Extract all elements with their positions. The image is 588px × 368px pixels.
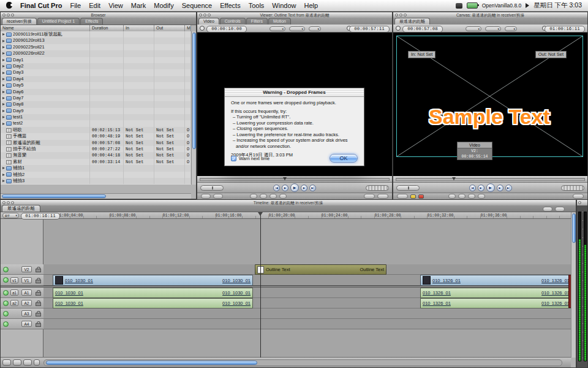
browser-row[interactable]: Day8 [1, 101, 191, 107]
menu-item[interactable]: Effects [220, 2, 240, 9]
play-button[interactable]: ▶ [486, 183, 495, 192]
browser-row[interactable]: test1 [1, 114, 191, 120]
browser-row[interactable]: Day6 [1, 89, 191, 95]
track-height-button[interactable] [13, 359, 21, 366]
scrubber-groove[interactable] [396, 178, 585, 181]
browser-row[interactable]: Day3 [1, 69, 191, 75]
viewer-current-timecode[interactable]: 00:00:57:11 [349, 26, 390, 33]
disclosure-triangle-icon[interactable] [2, 33, 5, 36]
disclosure-triangle-icon[interactable] [2, 123, 5, 125]
viewer-zoom-popup[interactable] [270, 26, 285, 31]
browser-row[interactable]: Day7 [1, 95, 191, 101]
canvas-duration-timecode[interactable]: 00:00:57:08 [402, 26, 443, 33]
menu-item[interactable]: Edit [89, 2, 100, 9]
mark-out-button[interactable] [478, 194, 485, 199]
generator-clip-outline-text[interactable]: Outline Text Outline Text [255, 264, 386, 275]
browser-vertical-scrollbar[interactable] [191, 31, 196, 185]
add-keyframe-button[interactable] [250, 194, 257, 199]
window-controls[interactable] [2, 13, 14, 17]
browser-row[interactable]: Day4 [1, 76, 191, 82]
column-in[interactable]: In [124, 25, 154, 31]
disclosure-triangle-icon[interactable] [2, 59, 5, 61]
playhead[interactable] [260, 212, 261, 358]
lock-icon[interactable] [36, 301, 40, 305]
track-audible-toggle[interactable] [3, 290, 9, 296]
warn-next-time-checkbox[interactable]: ✓ [231, 156, 236, 161]
track-a4-lane[interactable] [43, 319, 571, 329]
browser-tab[interactable]: Effects [80, 18, 103, 25]
add-marker-button[interactable] [458, 194, 466, 199]
playhead-head[interactable] [258, 212, 263, 216]
lock-icon[interactable] [36, 267, 40, 272]
disclosure-triangle-icon[interactable] [2, 97, 5, 99]
recent-clips-popup[interactable] [364, 194, 375, 199]
track-destination-a3[interactable]: A3 [21, 310, 32, 316]
apple-menu[interactable] [6, 2, 12, 10]
mark-in-button[interactable] [270, 194, 277, 199]
jog-control[interactable] [366, 185, 389, 191]
disclosure-triangle-icon[interactable] [2, 65, 5, 67]
ok-button[interactable]: OK [330, 154, 358, 163]
track-visibility-toggle[interactable] [3, 277, 9, 283]
browser-row[interactable]: Day5 [1, 82, 191, 88]
scrollbar-thumb[interactable] [192, 33, 196, 149]
scrollbar-thumb[interactable] [2, 194, 106, 198]
play-around-button[interactable]: ▶ [301, 185, 307, 191]
add-marker-button[interactable] [260, 194, 267, 199]
speaker-icon[interactable] [526, 3, 529, 8]
menu-item[interactable]: Tools [249, 2, 265, 9]
menu-item[interactable]: Final Cut Pro [20, 2, 62, 9]
viewer-scrubber-bar[interactable] [197, 176, 392, 183]
track-destination-a4[interactable]: A4 [21, 321, 32, 327]
timeline-option-button[interactable] [555, 207, 565, 212]
canvas-scrubber-bar[interactable] [393, 176, 587, 183]
disclosure-triangle-icon[interactable] [2, 46, 5, 48]
menu-item[interactable]: Help [304, 2, 318, 9]
disclosure-triangle-icon[interactable] [2, 52, 5, 55]
scrubber-playhead[interactable] [452, 177, 456, 180]
source-patch-a2[interactable]: a2 [10, 300, 18, 306]
browser-row[interactable]: Day1 [1, 57, 191, 63]
timeline-ruler[interactable]: 01:00:04:0001:00:08:0001:00:12:0001:00:1… [1, 212, 571, 219]
browser-row[interactable]: 20090119roll11板號超亂 [1, 31, 191, 37]
disclosure-triangle-icon[interactable] [2, 180, 5, 182]
disclosure-triangle-icon[interactable] [2, 78, 5, 80]
through-edit-marker[interactable] [568, 275, 571, 308]
window-controls[interactable] [578, 201, 581, 204]
timeline-current-timecode[interactable]: 01:00:16:11 [21, 213, 60, 220]
menu-item[interactable]: Window [272, 2, 296, 9]
browser-row[interactable]: 補拍1 [1, 165, 191, 171]
menu-bar-clock[interactable]: 星期日 下午 3:03 [533, 1, 582, 10]
menu-item[interactable]: View [108, 2, 123, 9]
disclosure-triangle-icon[interactable] [2, 116, 5, 118]
scrollbar-thumb[interactable] [46, 361, 257, 365]
disclosure-triangle-icon[interactable] [2, 174, 5, 176]
canvas-zoom-popup[interactable] [466, 26, 481, 31]
match-frame-button[interactable] [201, 194, 211, 199]
viewer-tab[interactable]: Video [198, 18, 219, 25]
disclosure-triangle-icon[interactable] [2, 40, 5, 42]
browser-row[interactable]: 無音樂 00:00:44:18 Not Set Not Set 0 [1, 152, 191, 158]
menu-item[interactable]: Mark [131, 2, 146, 9]
browser-row[interactable]: 補拍3 [1, 178, 191, 184]
browser-row[interactable]: 20090226roll22 [1, 50, 191, 56]
battery-icon[interactable] [467, 2, 478, 9]
column-duration[interactable]: Duration [90, 25, 124, 31]
scrubber-groove[interactable] [200, 178, 390, 181]
canvas-tab[interactable]: 最遙遠的距離 [394, 18, 430, 25]
track-visibility-toggle[interactable] [3, 267, 9, 272]
window-controls[interactable] [395, 13, 407, 17]
rt-popup[interactable]: RT [2, 213, 19, 218]
play-in-to-out-button[interactable]: ▶ [478, 185, 484, 191]
column-name[interactable]: Name [1, 25, 90, 31]
mark-clip-button[interactable] [213, 194, 223, 199]
track-layout-button[interactable] [2, 359, 11, 366]
viewer-playhead-sync-popup[interactable] [309, 26, 321, 31]
browser-row[interactable]: test2 [1, 120, 191, 126]
track-destination-v1[interactable]: V1 [21, 277, 32, 283]
canvas-video-area[interactable]: In: Not Set Out: Not Set Sample Text Vid… [393, 33, 587, 176]
browser-row[interactable]: 唱歌 00:02:15:13 Not Set Not Set 0 [1, 127, 191, 133]
play-button[interactable]: ▶ [290, 183, 299, 192]
disclosure-triangle-icon[interactable] [2, 91, 5, 93]
timeline-vertical-scrollbar[interactable] [571, 212, 576, 358]
